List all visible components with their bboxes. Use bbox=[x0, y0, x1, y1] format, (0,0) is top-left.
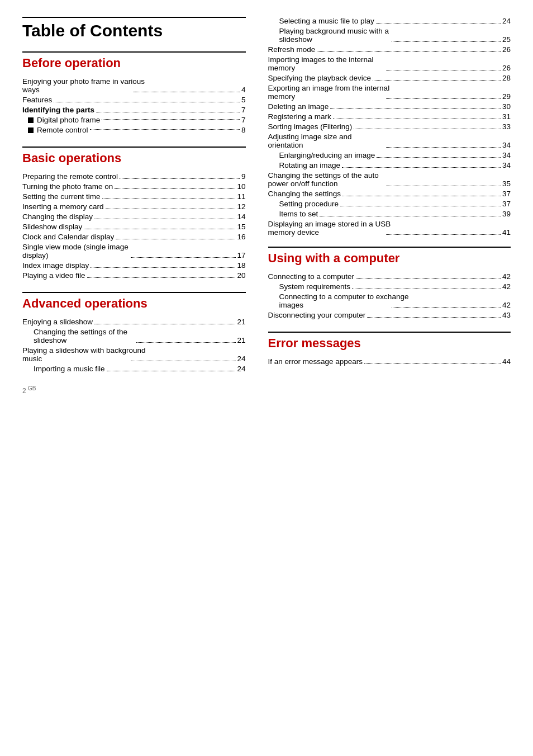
list-item: Connecting to a computer 42 bbox=[268, 272, 511, 281]
locale: GB bbox=[28, 385, 36, 391]
section-before-operation: Before operation Enjoying your photo fra… bbox=[22, 51, 246, 134]
list-item: Playing a slideshow with background musi… bbox=[22, 346, 246, 363]
list-item: Playing background music with a slidesho… bbox=[268, 27, 511, 44]
list-item: Preparing the remote control 9 bbox=[22, 172, 246, 181]
section-basic-operations: Basic operations Preparing the remote co… bbox=[22, 147, 246, 280]
list-item: Changing the settings of the auto power … bbox=[268, 171, 511, 188]
list-item: Displaying an image stored in a USB memo… bbox=[268, 220, 511, 237]
list-item: Enjoying your photo frame in various way… bbox=[22, 77, 246, 94]
bullet-icon bbox=[28, 127, 34, 133]
list-item: Importing images to the internal memory … bbox=[268, 55, 511, 72]
list-item: Deleting an image 30 bbox=[268, 102, 511, 111]
list-item: Items to set 39 bbox=[268, 210, 511, 218]
list-item: Refresh mode 26 bbox=[268, 45, 511, 54]
error-messages-title: Error messages bbox=[268, 336, 511, 351]
basic-operations-title: Basic operations bbox=[22, 151, 246, 166]
list-item: Enlarging/reducing an image 34 bbox=[268, 151, 511, 159]
list-item: Enjoying a slideshow 21 bbox=[22, 318, 246, 326]
list-item: Adjusting image size and orientation 34 bbox=[268, 133, 511, 149]
list-item: Sorting images (Filtering) 33 bbox=[268, 122, 511, 131]
list-item: Digital photo frame 7 bbox=[22, 116, 246, 124]
before-operation-divider bbox=[22, 51, 246, 53]
list-item: Remote control 8 bbox=[22, 126, 246, 134]
list-item: Changing the display 14 bbox=[22, 212, 246, 221]
section-error-messages: Error messages If an error message appea… bbox=[268, 332, 511, 366]
advanced-operations-title: Advanced operations bbox=[22, 296, 246, 311]
list-item: Setting the current time 11 bbox=[22, 192, 246, 201]
top-divider bbox=[22, 17, 246, 18]
page-title: Table of Contents bbox=[22, 21, 246, 40]
list-item: Changing the settings 37 bbox=[268, 190, 511, 198]
list-item: System requirements 42 bbox=[268, 282, 511, 291]
list-item: Setting procedure 37 bbox=[268, 200, 511, 208]
list-item: Features 5 bbox=[22, 96, 246, 104]
list-item: Selecting a music file to play 24 bbox=[268, 17, 511, 25]
before-operation-title: Before operation bbox=[22, 56, 246, 70]
advanced-operations-divider bbox=[22, 292, 246, 293]
error-messages-divider bbox=[268, 332, 511, 333]
list-item: Playing a video file 20 bbox=[22, 271, 246, 280]
list-item: Rotating an image 34 bbox=[268, 161, 511, 169]
list-item: Exporting an image from the internal mem… bbox=[268, 84, 511, 101]
list-item: Changing the settings of the slideshow 2… bbox=[22, 328, 246, 344]
basic-operations-divider bbox=[22, 147, 246, 148]
list-item: Specifying the playback device 28 bbox=[268, 74, 511, 82]
list-item: Turning the photo frame on 10 bbox=[22, 182, 246, 191]
page-number: 2 bbox=[22, 387, 26, 395]
list-item: Importing a music file 24 bbox=[22, 365, 246, 373]
list-item: Inserting a memory card 12 bbox=[22, 202, 246, 211]
list-item: Connecting to a computer to exchange ima… bbox=[268, 292, 511, 309]
list-item: Single view mode (single image display) … bbox=[22, 243, 246, 259]
using-computer-divider bbox=[268, 247, 511, 248]
list-item: Identifying the parts 7 bbox=[22, 106, 246, 114]
list-item: If an error message appears 44 bbox=[268, 357, 511, 366]
section-using-with-computer: Using with a computer Connecting to a co… bbox=[268, 247, 511, 319]
page-footer: 2 GB bbox=[22, 385, 246, 395]
section-advanced-operations: Advanced operations Enjoying a slideshow… bbox=[22, 292, 246, 373]
using-computer-title: Using with a computer bbox=[268, 251, 511, 266]
list-item: Clock and Calendar display 16 bbox=[22, 233, 246, 241]
bullet-icon bbox=[28, 117, 34, 123]
list-item: Registering a mark 31 bbox=[268, 112, 511, 121]
list-item: Disconnecting your computer 43 bbox=[268, 311, 511, 319]
list-item: Slideshow display 15 bbox=[22, 223, 246, 231]
list-item: Index image display 18 bbox=[22, 261, 246, 270]
